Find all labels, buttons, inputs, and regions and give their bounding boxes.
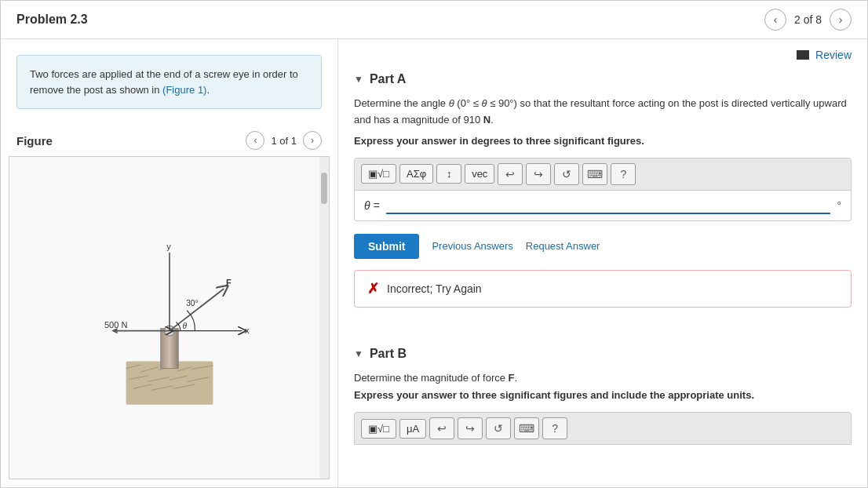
figure-svg: 500 N F 30° θ x y	[60, 224, 279, 412]
part-b-undo-btn[interactable]: ↩	[429, 417, 454, 439]
toolbar-redo-btn[interactable]: ↪	[526, 163, 551, 185]
left-panel: Two forces are applied at the end of a s…	[1, 39, 338, 487]
degree-symbol: °	[837, 199, 841, 212]
part-b-redo-btn[interactable]: ↪	[458, 417, 483, 439]
part-b-collapse-arrow[interactable]: ▼	[354, 348, 363, 359]
part-a-section: ▼ Part A Determine the angle θ (0° ≤ θ ≤…	[338, 64, 867, 339]
part-a-input-row: θ = °	[354, 191, 852, 221]
part-a-input-area: ▣√□ ΑΣφ ↕ vec ↩ ↪ ↺ ⌨ ? θ =	[354, 158, 852, 221]
part-b-section: ▼ Part B Determine the magnitude of forc…	[338, 339, 867, 461]
figure-title: Figure	[16, 134, 53, 147]
header: Problem 2.3 ‹ 2 of 8 ›	[1, 1, 867, 39]
problem-desc-period: .	[206, 84, 210, 96]
force-500-label: 500 N	[104, 320, 127, 330]
part-b-unit-btn[interactable]: μA	[399, 419, 426, 439]
toolbar-keyboard-btn[interactable]: ⌨	[582, 163, 607, 185]
figure-canvas: 500 N F 30° θ x y	[9, 156, 330, 479]
figure-header: Figure ‹ 1 of 1 ›	[9, 125, 330, 156]
svg-line-18	[170, 289, 224, 331]
toolbar-reset-btn[interactable]: ↺	[554, 163, 579, 185]
review-section: Review	[338, 39, 867, 64]
problem-description: Two forces are applied at the end of a s…	[16, 55, 322, 109]
incorrect-icon: ✗	[367, 280, 379, 297]
input-theta-label: θ =	[364, 199, 380, 212]
request-answer-link[interactable]: Request Answer	[526, 240, 600, 252]
angle-30-label: 30°	[186, 299, 198, 308]
problem-count: 2 of 8	[794, 13, 822, 26]
figure-scrollbar-thumb	[321, 173, 327, 204]
content-area: Two forces are applied at the end of a s…	[1, 39, 867, 487]
header-navigation: ‹ 2 of 8 ›	[764, 9, 852, 31]
part-b-label: Part B	[370, 347, 407, 361]
part-b-express: Express your answer to three significant…	[354, 389, 852, 401]
part-b-question: Determine the magnitude of force F.	[354, 370, 852, 387]
review-label: Review	[815, 49, 852, 61]
part-b-reset-btn[interactable]: ↺	[486, 417, 511, 439]
figure-section: Figure ‹ 1 of 1 ›	[1, 125, 337, 487]
incorrect-feedback-box: ✗ Incorrect; Try Again	[354, 270, 852, 308]
part-b-input-area: ▣√□ μA ↩ ↪ ↺ ⌨ ?	[354, 412, 852, 445]
part-a-actions: Submit Previous Answers Request Answer	[354, 234, 852, 259]
part-a-collapse-arrow[interactable]: ▼	[354, 74, 363, 85]
part-a-header: ▼ Part A	[354, 64, 852, 96]
incorrect-text: Incorrect; Try Again	[387, 282, 482, 295]
prev-problem-button[interactable]: ‹	[764, 9, 786, 31]
problem-title: Problem 2.3	[16, 13, 88, 27]
part-a-content: Determine the angle θ (0° ≤ θ ≤ 90°) so …	[354, 96, 852, 308]
axis-x-label: x	[245, 326, 250, 335]
toolbar-arrow-btn[interactable]: ↕	[436, 164, 461, 184]
review-icon	[797, 50, 809, 60]
part-b-matrix-btn[interactable]: ▣√□	[361, 419, 396, 439]
right-panel: Review ▼ Part A Determine the angle θ (0…	[338, 39, 867, 487]
toolbar-undo-btn[interactable]: ↩	[498, 163, 523, 185]
part-a-toolbar: ▣√□ ΑΣφ ↕ vec ↩ ↪ ↺ ⌨ ?	[354, 158, 852, 191]
toolbar-matrix-btn[interactable]: ▣√□	[361, 164, 396, 184]
toolbar-help-btn[interactable]: ?	[611, 163, 636, 185]
part-a-question: Determine the angle θ (0° ≤ θ ≤ 90°) so …	[354, 96, 852, 129]
review-link[interactable]: Review	[797, 49, 852, 61]
figure-prev-button[interactable]: ‹	[246, 131, 264, 150]
force-f-label: F	[226, 278, 232, 287]
figure-next-button[interactable]: ›	[303, 131, 322, 150]
angle-theta-label: θ	[182, 322, 187, 330]
toolbar-symbol-btn[interactable]: ΑΣφ	[399, 164, 433, 184]
figure-count: 1 of 1	[271, 135, 297, 147]
figure-navigation: ‹ 1 of 1 ›	[246, 131, 322, 150]
figure-link[interactable]: (Figure 1)	[162, 84, 206, 96]
part-b-toolbar: ▣√□ μA ↩ ↪ ↺ ⌨ ?	[354, 412, 852, 445]
part-b-content: Determine the magnitude of force F. Expr…	[354, 370, 852, 446]
part-b-keyboard-btn[interactable]: ⌨	[514, 417, 539, 439]
axis-y-label: y	[166, 242, 171, 251]
toolbar-vec-btn[interactable]: vec	[465, 164, 494, 184]
previous-answers-link[interactable]: Previous Answers	[432, 240, 512, 252]
submit-button[interactable]: Submit	[354, 234, 419, 259]
next-problem-button[interactable]: ›	[830, 9, 852, 31]
part-b-help-btn[interactable]: ?	[542, 417, 567, 439]
part-a-express: Express your answer in degrees to three …	[354, 135, 852, 147]
part-b-header: ▼ Part B	[354, 339, 852, 370]
part-a-label: Part A	[370, 72, 407, 86]
figure-scrollbar[interactable]	[319, 157, 329, 479]
theta-input[interactable]	[386, 197, 831, 214]
